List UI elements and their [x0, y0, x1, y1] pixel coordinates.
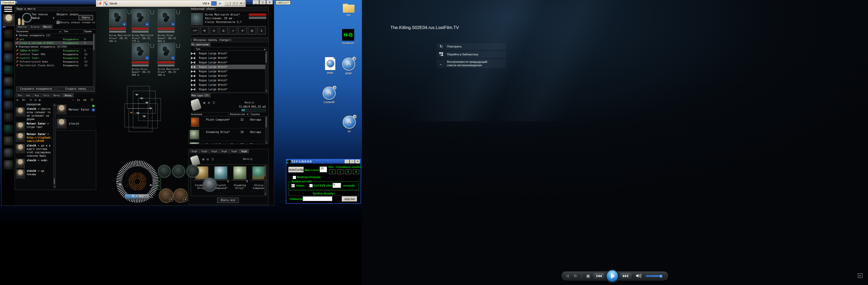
cargo-row[interactable]: Gleaming Alloy*10Обогаща [189, 129, 266, 141]
chat-message[interactable]: slevik > просто если сальваг то не успев… [16, 107, 53, 121]
neocom-character-sheet-icon[interactable] [4, 137, 13, 145]
locked-target-card[interactable]: ★Остов AlvusQueen* [BL.H]869 м [132, 43, 149, 76]
tractor-beam-module-2[interactable]: + [173, 188, 188, 203]
people-places-title[interactable]: Люди и места [15, 7, 96, 11]
member-row[interactable]: slevik [57, 117, 96, 131]
pnp-scrollbar[interactable] [93, 34, 95, 86]
locked-target-card[interactable]: ★Остов MatriarchAlvus* [BL.H]504 м [158, 43, 175, 76]
chat-link[interactable]: http://clip2net.com/s/1PtH5 [27, 136, 52, 143]
tractor-beam-module-1[interactable]: + [159, 188, 173, 203]
chat-scrollbar[interactable]: ▲ ▼ [53, 104, 56, 188]
search-input[interactable] [57, 16, 77, 20]
overview-scrollbar[interactable]: ▲ ▼ [265, 51, 268, 92]
scroll-down-icon[interactable]: ▼ [266, 90, 267, 92]
view-icons-icon[interactable]: ▦ [202, 157, 204, 161]
scroll-up-icon[interactable]: ▲ [266, 51, 267, 54]
neocom-items-icon[interactable] [4, 149, 13, 157]
pnp-row[interactable]: 📌Control TowerКоординаты0 [15, 56, 93, 60]
view-details-icon[interactable]: ☰ [212, 157, 214, 161]
loot-tab-3[interactable]: Подб [219, 150, 229, 153]
locked-target-card[interactable]: ★Остов AlvusQueen* [BL.H]603 м [158, 9, 175, 43]
hud-menu-icon[interactable]: ≡ [151, 196, 153, 199]
exit-fullscreen-icon[interactable]: ↙ [858, 273, 863, 278]
group-weapons-icon[interactable] [157, 177, 161, 181]
loot-item[interactable]: 9GleamingAlloy* [230, 166, 249, 189]
neocom-notes-icon[interactable] [4, 161, 13, 169]
chat-tab-0[interactable]: Лок [16, 94, 24, 98]
vm-minimize-button[interactable]: _ [224, 1, 230, 5]
look-at-button[interactable]: ◎ [248, 26, 256, 35]
desktop-icon-gogo[interactable]: gogo [320, 57, 340, 74]
loot-scrollbar[interactable]: ▼ [264, 165, 267, 195]
pnp-tab-0[interactable]: Пилоты [16, 25, 29, 29]
desktop-icon-localmon[interactable]: H-Blocalmon [338, 29, 358, 45]
member-row[interactable]: Meteor Eater+ [57, 103, 96, 117]
neocom-wallet-icon[interactable] [4, 113, 13, 121]
chat-message[interactable]: Meteor Eater > сотри так? [16, 122, 53, 132]
pnp-row[interactable]: 📌Control Tower POSКоординаты13 [15, 52, 93, 56]
volume-mute-icon[interactable] [636, 274, 641, 279]
loot-tab-5[interactable]: Подб [239, 149, 249, 153]
close-button[interactable]: × [267, 0, 273, 4]
save-coordinates-button[interactable]: Сохранить координаты [17, 86, 56, 91]
player-menu-back[interactable]: ←Воспроизвести предыдущийсписок воспроиз… [436, 59, 506, 68]
exact-match-checkbox[interactable] [57, 21, 60, 24]
pnp-tab-1[interactable]: Агенты [29, 25, 41, 29]
salvager-module-2[interactable] [172, 165, 185, 178]
loot-tab-1[interactable]: Подб [200, 150, 209, 153]
vm-maximize-button[interactable]: □ [231, 1, 238, 5]
chat-message[interactable]: slevik > ща покажу [16, 169, 53, 179]
vm-menu-button[interactable]: VM ▾ [203, 2, 209, 5]
create-folder-button[interactable]: Создать папку [57, 86, 95, 91]
character-input[interactable] [303, 196, 332, 201]
neocom-fitting-icon[interactable] [4, 54, 13, 62]
loot-tab-0[interactable]: Подб [190, 150, 199, 153]
neocom-market-icon[interactable] [4, 65, 13, 74]
scroll-down-icon[interactable]: ▼ [54, 186, 56, 188]
desktop-icon-gogo[interactable]: A3gogo [339, 58, 359, 75]
neocom-assets-vault-icon[interactable] [4, 101, 13, 109]
show-info-button[interactable]: i [257, 26, 266, 35]
chat-message[interactable]: slevik > инфо [16, 158, 53, 168]
pnp-tab-2[interactable]: Места [42, 25, 53, 29]
alarm-checkbox[interactable]: ✔ [291, 184, 295, 187]
loot-filter[interactable]: Фильтр [243, 157, 252, 161]
search-type-dropdown[interactable]: Любой ▼ [32, 16, 54, 20]
volume-slider[interactable] [646, 276, 662, 277]
loot-tab-2[interactable]: Подб [210, 150, 219, 153]
chat-message[interactable]: переделаю [16, 103, 53, 106]
view-list-icon[interactable]: ▤ [207, 157, 209, 161]
player-menu-repeat[interactable]: ↻Повторить [436, 43, 506, 50]
neocom-people-and-places-icon[interactable] [4, 30, 13, 38]
locked-target-card[interactable]: ★Остов MatriarchAlvus* [BL.H]562 м [109, 9, 126, 43]
pnp-row[interactable]: 📌180km W-KXEX*Координаты0 [15, 49, 93, 52]
neocom-mail-icon[interactable] [4, 42, 13, 50]
vm-close-button[interactable]: × [238, 1, 244, 5]
desktop-icon-LooterM[interactable]: A3LooterM [319, 86, 339, 104]
max-local-input[interactable]: 10 [320, 167, 327, 172]
chat-tab-1[interactable]: Аль [24, 94, 32, 98]
scroll-up-icon[interactable]: ▲ [54, 104, 56, 106]
pnp-group-0[interactable]: ▼ Личные координаты [2] [15, 34, 93, 37]
neocom-menu-icon[interactable] [4, 7, 12, 12]
hud-right-arrows-icon[interactable]: « [150, 183, 152, 187]
pnp-row[interactable]: 📌Territorial Claim UnitsКоординаты13 [15, 64, 93, 67]
members-small-icon[interactable]: ▮▮ [77, 99, 80, 101]
chat-tab-2[interactable]: Кор [33, 94, 41, 98]
pnp-row[interactable]: 📌Infrastructure HubsКоординаты13 [15, 60, 93, 64]
cargo-filter[interactable]: Фильтр [245, 101, 254, 104]
block-member-icon[interactable]: ✕ [72, 99, 74, 101]
desktop-icon-loo[interactable]: loo [339, 2, 359, 16]
overload-plus-icon[interactable]: + [183, 198, 188, 202]
locked-target-card[interactable]: ★Остов MatriarchAlvus* [BL.H]775 м [132, 9, 149, 43]
bot-maximize-button[interactable]: □ [350, 159, 355, 164]
neutrals-friends-checkbox[interactable] [293, 176, 296, 179]
chat-message[interactable]: Meteor Eater > http://clip2net.com/s/1Pt… [16, 133, 53, 143]
bot-minimize-button[interactable]: _ [345, 159, 349, 164]
pnp-row[interactable]: 📌posКоординаты0 [15, 37, 93, 41]
scroll-down-icon[interactable]: ▼ [265, 193, 266, 195]
cargo-scrollbar[interactable]: ▼ [265, 116, 268, 144]
stop-bot-button[interactable]: stop bot [342, 196, 357, 202]
cargo-row[interactable]: Crystal Compound*10Обогаща [189, 141, 266, 144]
font-larger-button[interactable]: A+ [22, 99, 25, 101]
